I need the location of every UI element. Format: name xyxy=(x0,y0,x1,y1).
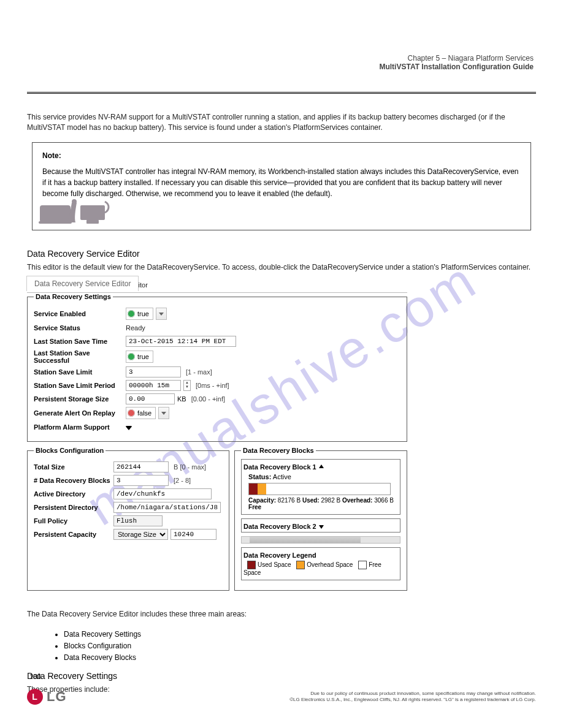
intro-paragraph: This service provides NV-RAM support for… xyxy=(27,112,536,134)
scrollbar-thumb[interactable] xyxy=(250,537,361,543)
gen-alert-label: Generate Alert On Replay xyxy=(34,409,126,417)
block1-status-value: Active xyxy=(273,473,291,480)
svg-rect-4 xyxy=(86,220,99,224)
service-status-value: Ready xyxy=(126,324,145,332)
bar-overhead xyxy=(258,483,266,495)
status-dot-green-icon xyxy=(128,310,135,317)
legend-over-swatch xyxy=(296,561,305,569)
persist-cap-label: Persistent Capacity xyxy=(34,531,113,538)
save-limit-input[interactable] xyxy=(126,366,181,377)
bar-used xyxy=(249,483,258,495)
total-size-input[interactable] xyxy=(113,461,169,472)
total-size-label: Total Size xyxy=(34,463,113,471)
svg-rect-0 xyxy=(40,205,71,222)
last-save-time-input[interactable] xyxy=(126,336,236,347)
service-enabled-value: true xyxy=(137,310,149,317)
persist-dir-input[interactable] xyxy=(113,502,221,513)
blocks-scrollbar[interactable] xyxy=(241,536,400,544)
cap-label: Capacity: xyxy=(248,497,276,504)
below-text: The Data Recovery Service Editor include… xyxy=(27,609,536,620)
legend-used: Used Space xyxy=(258,561,291,568)
num-blocks-hint: [2 - 8] xyxy=(174,477,191,484)
block1-title: Data Recovery Block 1 xyxy=(243,463,316,471)
header-line1: Chapter 5 – Niagara Platform Services xyxy=(379,54,534,63)
legend-free-swatch xyxy=(358,561,367,569)
bullet-list: Data Recovery Settings Blocks Configurat… xyxy=(39,629,536,664)
block1-usage-bar xyxy=(248,483,391,495)
full-policy-value[interactable] xyxy=(113,515,163,526)
blocks-config-panel: Blocks Configuration Total Size B [0 - m… xyxy=(27,447,229,591)
editor-tab[interactable]: Data Recovery Service Editor xyxy=(26,276,139,291)
note-text: Because the MultiVSTAT controller has in… xyxy=(42,166,521,199)
active-dir-label: Active Directory xyxy=(34,490,113,498)
recovery-legend-box: Data Recovery Legend Used Space Overhead… xyxy=(241,547,400,580)
lg-logo: L LG xyxy=(27,689,67,705)
platform-alarm-label: Platform Alarm Support xyxy=(34,423,126,431)
last-save-ok-label: Last Station Save Successful xyxy=(34,349,126,364)
recovery-block-1: Data Recovery Block 1 Status: Active xyxy=(241,459,400,515)
service-enabled-dropdown-icon[interactable] xyxy=(156,308,167,320)
save-limit-period-stepper[interactable]: ▲▼ xyxy=(183,380,191,391)
page-number: 100 xyxy=(29,673,40,680)
last-save-ok-value: true xyxy=(137,353,149,360)
header-line2: MultiVSTAT Installation Configuration Gu… xyxy=(379,63,534,71)
bullet-2: Blocks Configuration xyxy=(64,640,536,652)
lg-logo-text: LG xyxy=(47,689,67,705)
svg-rect-3 xyxy=(80,205,105,220)
recovery-blocks-legend: Data Recovery Blocks xyxy=(241,447,316,454)
gen-alert-value: false xyxy=(137,409,151,417)
full-policy-label: Full Policy xyxy=(34,517,113,525)
num-blocks-input[interactable] xyxy=(113,475,169,486)
blocks-config-legend: Blocks Configuration xyxy=(34,447,105,454)
note-icon xyxy=(37,199,111,226)
over-label: Overhead: xyxy=(342,497,372,504)
page-footer: L LG Due to our policy of continuous pro… xyxy=(27,689,536,705)
editor-screenshot: Data Recovery Service Editor Data Recove… xyxy=(27,292,407,591)
active-dir-input[interactable] xyxy=(113,488,212,499)
legend-over: Overhead Space xyxy=(307,561,353,568)
page: manualshive.com Chapter 5 – Niagara Plat… xyxy=(0,0,563,728)
block2-title: Data Recovery Block 2 xyxy=(243,523,316,530)
total-size-hint: B [0 - max] xyxy=(174,463,206,471)
gen-alert-dropdown-icon[interactable] xyxy=(158,407,169,419)
section-text: This editor is the default view for the … xyxy=(27,262,536,273)
save-limit-period-hint: [0ms - +inf] xyxy=(196,382,229,389)
save-limit-period-input[interactable] xyxy=(126,380,181,391)
footer-line1: Due to our policy of continuous product … xyxy=(289,691,536,697)
collapse-up-icon[interactable] xyxy=(319,464,325,470)
footer-line2: ©LG Electronics U.S.A., Inc., Englewood … xyxy=(289,697,536,703)
last-save-ok-pill: true xyxy=(126,351,153,363)
expand-down-icon[interactable] xyxy=(319,523,325,529)
block1-status-label: Status: xyxy=(248,473,271,480)
bar-free xyxy=(266,483,390,495)
over-val: 3066 B xyxy=(374,497,394,504)
gen-alert-toggle[interactable]: false xyxy=(126,407,156,419)
free-label: Free xyxy=(248,504,261,510)
service-enabled-toggle[interactable]: true xyxy=(126,308,153,320)
used-val: 2982 B xyxy=(321,497,340,504)
persistent-size-unit: KB xyxy=(177,395,186,403)
legend-title: Data Recovery Legend xyxy=(243,552,316,559)
service-status-label: Service Status xyxy=(34,324,126,332)
persistent-size-label: Persistent Storage Size xyxy=(34,395,126,403)
page-header: Chapter 5 – Niagara Platform Services Mu… xyxy=(379,54,534,71)
recovery-block-2: Data Recovery Block 2 xyxy=(241,518,400,533)
persist-cap-input[interactable] xyxy=(170,529,216,540)
bullet-3: Data Recovery Blocks xyxy=(64,652,536,664)
cap-val: 82176 B xyxy=(278,497,301,504)
status-dot-green-icon xyxy=(128,353,135,360)
bullet-1: Data Recovery Settings xyxy=(64,629,536,640)
expand-icon[interactable] xyxy=(126,423,133,431)
service-enabled-label: Service Enabled xyxy=(34,310,126,317)
save-limit-period-label: Station Save Limit Period xyxy=(34,382,126,389)
used-label: Used: xyxy=(302,497,320,504)
svg-rect-1 xyxy=(39,221,72,224)
settings-desc-title: Data Recovery Settings xyxy=(27,671,536,681)
persistent-size-input[interactable] xyxy=(126,393,175,404)
last-save-time-label: Last Station Save Time xyxy=(34,338,126,345)
persistent-size-hint: [0.00 - +inf] xyxy=(191,395,225,403)
note-box: Note: Because the MultiVSTAT controller … xyxy=(32,142,531,230)
save-limit-label: Station Save Limit xyxy=(34,368,126,376)
status-dot-red-icon xyxy=(128,409,135,417)
persist-cap-select[interactable]: Storage Size xyxy=(113,529,168,540)
